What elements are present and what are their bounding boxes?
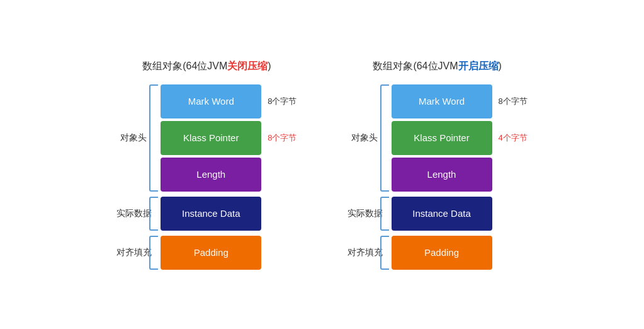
header-label: 对象头 (116, 84, 149, 192)
annotation-klass: 8个字节 (268, 121, 297, 155)
block-klass: Klass Pointer (392, 121, 492, 155)
title-prefix: 数组对象(64位JVM (142, 61, 227, 71)
block-instance: Instance Data (161, 197, 261, 231)
header-label: 对象头 (347, 84, 380, 192)
bracket-instance (149, 197, 158, 231)
title-suffix: ) (268, 61, 271, 71)
header-group: 对象头Mark WordKlass PointerLength8个字节4个字节 (347, 84, 528, 192)
row-padding: 对齐填充Padding (116, 236, 297, 270)
header-bracket (149, 84, 158, 192)
title-highlight: 开启压缩 (458, 61, 499, 71)
bracket-instance (380, 197, 389, 231)
diagram-left: 数组对象(64位JVM关闭压缩)对象头Mark WordKlass Pointe… (116, 60, 297, 270)
label-padding: 对齐填充 (116, 247, 149, 258)
block-klass: Klass Pointer (161, 121, 261, 155)
annotation-length (268, 158, 297, 192)
label-instance: 实际数据 (347, 208, 380, 219)
header-blocks: Mark WordKlass PointerLength (392, 84, 492, 192)
bracket-padding (149, 236, 158, 270)
main-container: 数组对象(64位JVM关闭压缩)对象头Mark WordKlass Pointe… (91, 47, 552, 282)
header-bracket (380, 84, 389, 192)
content-left: 对象头Mark WordKlass PointerLength8个字节8个字节实… (116, 84, 297, 270)
title-suffix: ) (499, 61, 502, 71)
header-annotations: 8个字节4个字节 (499, 84, 528, 192)
block-length: Length (161, 158, 261, 192)
annotation-length (499, 158, 528, 192)
block-markword: Mark Word (161, 84, 261, 118)
label-instance: 实际数据 (116, 208, 149, 219)
title-left: 数组对象(64位JVM关闭压缩) (142, 60, 271, 73)
content-right: 对象头Mark WordKlass PointerLength8个字节4个字节实… (347, 84, 528, 270)
annotation-markword: 8个字节 (268, 84, 297, 118)
title-right: 数组对象(64位JVM开启压缩) (373, 60, 501, 73)
label-padding: 对齐填充 (347, 247, 380, 258)
row-padding: 对齐填充Padding (347, 236, 528, 270)
annotation-klass: 4个字节 (499, 121, 528, 155)
header-blocks: Mark WordKlass PointerLength (161, 84, 261, 192)
title-highlight: 关闭压缩 (227, 61, 268, 71)
block-instance: Instance Data (392, 197, 492, 231)
title-prefix: 数组对象(64位JVM (373, 61, 458, 71)
block-length: Length (392, 158, 492, 192)
row-instance: 实际数据Instance Data (347, 197, 528, 231)
row-instance: 实际数据Instance Data (116, 197, 297, 231)
block-padding: Padding (161, 236, 261, 270)
annotation-markword: 8个字节 (499, 84, 528, 118)
header-annotations: 8个字节8个字节 (268, 84, 297, 192)
block-markword: Mark Word (392, 84, 492, 118)
block-padding: Padding (392, 236, 492, 270)
header-group: 对象头Mark WordKlass PointerLength8个字节8个字节 (116, 84, 297, 192)
diagram-right: 数组对象(64位JVM开启压缩)对象头Mark WordKlass Pointe… (347, 60, 528, 270)
bracket-padding (380, 236, 389, 270)
